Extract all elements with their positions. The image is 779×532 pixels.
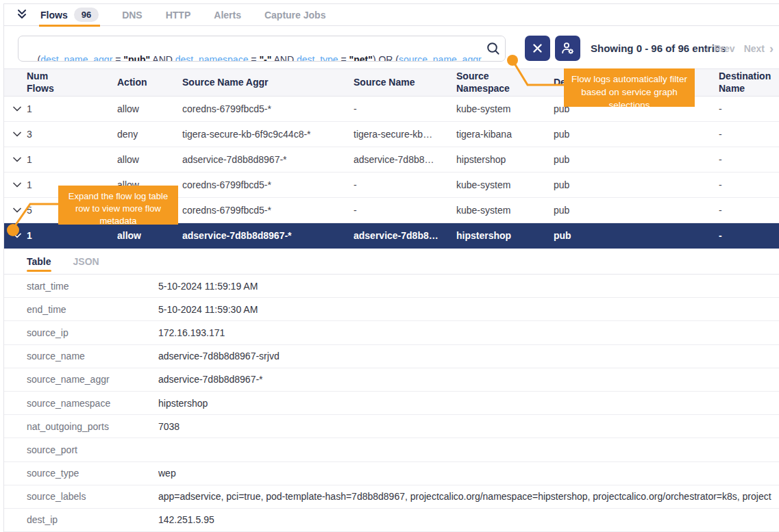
detail-value: app=adservice, pci=true, pod-template-ha…	[158, 491, 779, 502]
cell-dest-name-aggr: pub	[554, 230, 719, 241]
expand-row-chevron-icon[interactable]	[13, 131, 27, 137]
cell-dest-name-aggr: pub	[554, 205, 719, 216]
detail-row: source_ip 172.16.193.171	[4, 321, 779, 344]
query-segment: ) OR (	[373, 54, 399, 62]
cell-source-name: -	[354, 179, 456, 190]
cell-source-name-aggr: coredns-6799fbcd5-*	[182, 103, 354, 114]
cell-destination-name: -	[719, 230, 779, 241]
detail-key: dest_ip	[27, 514, 158, 525]
log-tab-label: DNS	[122, 10, 143, 21]
query-segment: "net"	[349, 54, 373, 62]
collapse-panel-button[interactable]	[14, 8, 29, 23]
filter-query-input[interactable]: (dest_name_aggr = "pub" AND dest_namespa…	[18, 36, 506, 62]
detail-value: 5-10-2024 11:59:30 AM	[158, 304, 779, 315]
detail-key: source_port	[27, 444, 158, 455]
log-tab-label: Flows	[40, 10, 68, 21]
cell-dest-name-aggr: pub	[554, 154, 719, 165]
detail-key: nat_outgoing_ports	[27, 421, 158, 432]
cell-source-name-aggr: coredns-6799fbcd5-*	[182, 205, 354, 216]
detail-tab[interactable]: Table	[27, 249, 51, 275]
detail-key: source_namespace	[27, 398, 158, 409]
cell-source-namespace: tigera-kibana	[456, 129, 554, 140]
search-button[interactable]	[482, 36, 505, 61]
detail-row: source_port	[4, 438, 779, 461]
log-tab[interactable]: Capture Jobs	[263, 4, 327, 26]
detail-key: start_time	[27, 281, 158, 292]
expand-row-chevron-icon[interactable]	[13, 233, 27, 238]
detail-tab-label: JSON	[73, 256, 99, 267]
prev-button[interactable]: Prev	[714, 43, 734, 54]
column-header[interactable]: Action	[117, 77, 147, 89]
cell-source-name: -	[354, 103, 456, 114]
cell-dest-name-aggr: pub	[554, 179, 719, 190]
prev-chevron-icon[interactable]: ‹	[705, 42, 709, 55]
detail-value: adservice-7d8b8d8967-srjvd	[158, 351, 779, 362]
detail-row: end_time 5-10-2024 11:59:30 AM	[4, 298, 779, 321]
cell-source-name: adservice-7d8b8…	[354, 154, 456, 165]
column-header[interactable]: Destination Name	[719, 71, 779, 94]
cell-destination-name: -	[719, 129, 779, 140]
detail-value: 172.16.193.171	[158, 327, 779, 338]
detail-row: source_name_aggr adservice-7d8b8d8967-*	[4, 368, 779, 392]
query-segment: =	[338, 54, 349, 62]
cell-source-namespace: kube-system	[456, 179, 554, 190]
log-tab[interactable]: HTTP	[164, 4, 193, 26]
detail-value: 7038	[158, 421, 779, 432]
query-segment: dest_namespace	[175, 54, 249, 62]
close-icon	[532, 43, 543, 53]
detail-value: hipstershop	[158, 398, 779, 409]
callout-filter-hint: Flow logs automatically filter based on …	[564, 68, 695, 107]
search-icon	[486, 41, 501, 56]
column-header[interactable]: Source Namespace	[456, 71, 519, 94]
expand-row-chevron-icon[interactable]	[13, 207, 27, 213]
detail-row: source_type wep	[4, 462, 779, 485]
column-header[interactable]: Num Flows	[27, 71, 66, 94]
detail-value: wep	[158, 468, 779, 479]
cell-source-name: -	[354, 205, 456, 216]
query-segment: AND	[150, 54, 175, 62]
expand-row-chevron-icon[interactable]	[13, 157, 27, 162]
flows-count-badge: 96	[74, 8, 99, 22]
column-header[interactable]: Source Name Aggr	[182, 77, 269, 89]
expand-row-chevron-icon[interactable]	[13, 182, 27, 188]
query-segment: AND	[271, 54, 297, 62]
log-tab[interactable]: Alerts	[212, 4, 243, 26]
log-tab-label: Alerts	[214, 10, 241, 21]
cell-destination-name: -	[719, 154, 779, 165]
detail-row: source_labels app=adservice, pci=true, p…	[4, 485, 779, 509]
cell-action: allow	[117, 154, 182, 165]
table-row[interactable]: 3 deny tigera-secure-kb-6f9c9c44c8-* tig…	[4, 122, 779, 147]
cell-num-flows: 3	[27, 129, 117, 140]
detail-key: source_ip	[27, 327, 158, 338]
log-tab-label: HTTP	[166, 10, 191, 21]
cell-num-flows: 1	[27, 103, 117, 114]
detail-value: adservice-7d8b8d8967-*	[158, 374, 779, 385]
query-segment: "pub"	[123, 54, 150, 62]
cell-destination-name: -	[719, 205, 779, 216]
next-chevron-icon[interactable]: ›	[769, 42, 774, 55]
log-tab[interactable]: DNS	[121, 4, 144, 26]
detail-row: source_namespace hipstershop	[4, 392, 779, 415]
pagination: ‹ Prev Next ›	[705, 36, 774, 61]
cell-source-namespace: hipstershop	[456, 154, 554, 165]
cell-num-flows: 1	[27, 230, 117, 241]
detail-value: 142.251.5.95	[158, 514, 779, 525]
cell-action: allow	[117, 230, 182, 241]
detail-tab-label: Table	[27, 256, 51, 267]
filter-query-text: (dest_name_aggr = "pub" AND dest_namespa…	[18, 36, 482, 62]
log-tab-label: Capture Jobs	[264, 10, 325, 21]
next-button[interactable]: Next	[744, 43, 765, 54]
cell-action: allow	[117, 103, 182, 114]
column-header[interactable]: Source Name	[354, 77, 415, 89]
query-segment: source_name_aggr	[399, 54, 482, 62]
detail-tab[interactable]: JSON	[73, 249, 99, 275]
table-row[interactable]: 1 allow adservice-7d8b8d8967-* adservice…	[4, 147, 779, 173]
clear-filter-button[interactable]	[525, 36, 550, 61]
cell-source-name-aggr: adservice-7d8b8d8967-*	[182, 230, 354, 241]
expand-row-chevron-icon[interactable]	[13, 106, 27, 112]
cell-source-namespace: kube-system	[456, 103, 554, 114]
query-segment: =	[112, 54, 123, 62]
log-type-tabbar: Flows 96 DNS HTTP Alerts	[4, 4, 779, 26]
user-settings-button[interactable]	[555, 36, 580, 61]
log-tab[interactable]: Flows 96	[39, 4, 100, 26]
